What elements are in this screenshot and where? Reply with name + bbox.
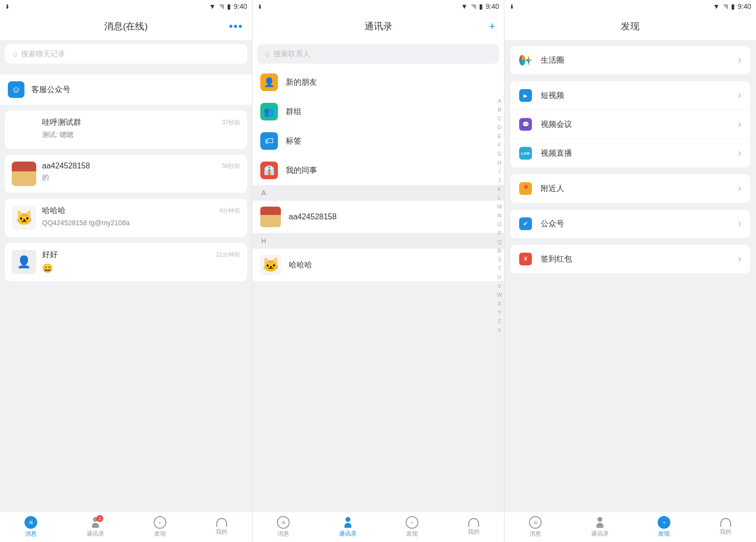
alpha-index-letter[interactable]: J (498, 177, 501, 183)
alpha-index-letter[interactable]: C (498, 116, 502, 121)
groups-row[interactable]: 群组 (252, 97, 504, 126)
alpha-index-letter[interactable]: A (498, 98, 501, 104)
tab-discover[interactable]: 发现 (658, 516, 670, 538)
contact-row[interactable]: 哈哈哈 (252, 249, 504, 281)
chat-item[interactable]: 哈哈哈 4分钟前 QQ424528158 tg@my2108a (5, 199, 247, 237)
alpha-index-letter[interactable]: K (498, 186, 501, 192)
tab-mine[interactable]: 我的 (216, 518, 228, 536)
tab-contacts[interactable]: 1 通讯录 (87, 516, 104, 538)
tab-mine[interactable]: 我的 (720, 518, 732, 536)
tab-label: 消息 (25, 530, 37, 538)
tab-discover[interactable]: 发现 (406, 516, 418, 538)
alpha-index-letter[interactable]: W (497, 292, 502, 298)
discover-video-meeting[interactable]: 视频会议 (510, 110, 750, 139)
alpha-index-letter[interactable]: F (498, 142, 501, 148)
alpha-index-letter[interactable]: Z (498, 318, 501, 324)
wifi-icon: ▼ (209, 2, 216, 10)
tab-label: 通讯录 (87, 530, 104, 538)
alpha-index[interactable]: ABCDEFGHIJKLMNOPQRSTUVWXYZ# (497, 98, 502, 333)
download-icon (509, 2, 514, 10)
messages-icon (24, 516, 37, 529)
tab-contacts[interactable]: 通讯录 (591, 516, 609, 538)
page-title: 通讯录 (365, 20, 392, 33)
alpha-index-letter[interactable]: I (499, 168, 500, 174)
alpha-index-letter[interactable]: # (498, 327, 501, 333)
discover-nearby[interactable]: 附近人 (510, 174, 750, 203)
alpha-index-letter[interactable]: T (498, 265, 501, 271)
discover-official-accounts[interactable]: 公众号 (510, 210, 750, 238)
wifi-icon: ▼ (713, 2, 720, 10)
chat-item[interactable]: aa424528158 56秒前 的 (5, 155, 247, 193)
alpha-index-letter[interactable]: R (498, 248, 502, 254)
tab-discover[interactable]: 发现 (154, 516, 166, 538)
redpacket-icon (519, 253, 532, 265)
tab-messages[interactable]: 消息 (24, 516, 37, 538)
chat-item[interactable]: 哇呼测试群 37秒前 测试: 嗯嗯 (5, 111, 247, 149)
alpha-index-letter[interactable]: B (498, 107, 501, 113)
avatar (12, 250, 36, 274)
tab-messages[interactable]: 消息 (529, 516, 542, 538)
badge: 1 (96, 515, 103, 522)
chat-item[interactable]: 好好 21分钟前 😄 (5, 243, 247, 281)
contacts-icon (594, 516, 606, 529)
status-bar: ▼ ◥ ▮ 9:40 (252, 0, 504, 13)
search-placeholder: 搜索联系人 (274, 49, 310, 59)
search-input[interactable]: 搜索联系人 (257, 44, 499, 64)
alpha-index-letter[interactable]: U (498, 274, 502, 280)
download-icon (257, 2, 262, 10)
alpha-index-letter[interactable]: G (498, 151, 502, 157)
colleagues-row[interactable]: 我的同事 (252, 156, 504, 185)
search-icon (264, 49, 270, 59)
tags-row[interactable]: 标签 (252, 126, 504, 156)
alpha-index-letter[interactable]: E (498, 133, 501, 139)
pinwheel-icon (519, 54, 532, 67)
chevron-right-icon (738, 54, 741, 67)
nav-label: 群组 (286, 107, 301, 117)
verified-icon (519, 217, 532, 230)
messages-icon (277, 516, 290, 529)
chat-time: 21分钟前 (216, 251, 240, 259)
discover-live[interactable]: LIVE 视频直播 (510, 139, 750, 167)
alpha-index-letter[interactable]: H (498, 160, 502, 165)
alpha-index-letter[interactable]: O (498, 221, 502, 227)
search-placeholder: 搜索聊天记录 (21, 49, 65, 59)
tab-messages[interactable]: 消息 (277, 516, 290, 538)
alpha-index-letter[interactable]: L (498, 195, 501, 201)
alpha-index-letter[interactable]: Q (498, 239, 502, 245)
alpha-index-letter[interactable]: V (498, 283, 501, 289)
alpha-index-letter[interactable]: P (498, 230, 501, 236)
headset-icon (8, 81, 24, 98)
row-label: 视频直播 (541, 148, 729, 159)
alpha-index-letter[interactable]: N (498, 212, 502, 218)
add-icon[interactable]: + (489, 20, 495, 33)
tab-bar: 消息 通讯录 发现 我的 (504, 512, 756, 542)
status-time: 9:40 (738, 2, 751, 10)
more-icon[interactable]: ••• (229, 20, 243, 33)
new-friends-icon (260, 73, 278, 91)
contact-name: aa424528158 (289, 212, 337, 221)
battery-icon: ▮ (479, 2, 483, 10)
alpha-index-letter[interactable]: D (498, 124, 502, 130)
tab-label: 通讯录 (591, 530, 609, 538)
download-icon (5, 2, 10, 10)
chevron-right-icon (738, 118, 741, 131)
alpha-index-letter[interactable]: Y (498, 309, 501, 315)
alpha-index-letter[interactable]: M (497, 204, 502, 210)
search-input[interactable]: 搜索聊天记录 (5, 44, 247, 64)
row-label: 生活圈 (541, 55, 729, 66)
service-account-row[interactable]: 客服公众号 (0, 74, 252, 105)
alpha-index-letter[interactable]: S (498, 257, 501, 262)
new-friends-row[interactable]: 新的朋友 (252, 68, 504, 97)
tab-label: 发现 (154, 530, 166, 538)
contact-row[interactable]: aa424528158 (252, 201, 504, 233)
chat-name: aa424528158 (42, 162, 90, 170)
chevron-right-icon (738, 182, 741, 195)
tab-mine[interactable]: 我的 (468, 518, 480, 536)
discover-short-video[interactable]: 短视频 (510, 81, 750, 110)
tab-contacts[interactable]: 通讯录 (339, 516, 357, 538)
tab-label: 消息 (277, 530, 289, 538)
discover-life-circle[interactable]: 生活圈 (510, 46, 750, 74)
chat-list: 哇呼测试群 37秒前 测试: 嗯嗯 aa424528158 56秒前 的 哈哈哈 (0, 111, 252, 286)
alpha-index-letter[interactable]: X (498, 301, 501, 306)
discover-checkin-redpacket[interactable]: 签到红包 (510, 245, 750, 273)
